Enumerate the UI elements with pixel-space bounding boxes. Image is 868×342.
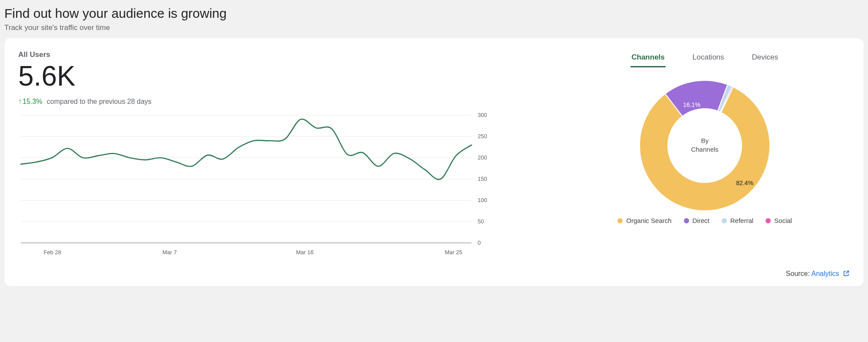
page-subtitle: Track your site's traffic over time: [4, 23, 864, 32]
svg-text:50: 50: [478, 218, 484, 225]
tab-devices[interactable]: Devices: [751, 50, 779, 67]
svg-text:0: 0: [478, 239, 481, 246]
svg-text:150: 150: [478, 176, 487, 182]
audience-card: All Users 5.6K ↑15.3% compared to the pr…: [4, 38, 864, 286]
swatch-icon: [766, 218, 771, 223]
delta-row: ↑15.3% compared to the previous 28 days: [18, 98, 534, 106]
legend-item-referral: Referral: [722, 217, 753, 224]
svg-text:200: 200: [478, 154, 487, 161]
legend-item-social: Social: [766, 217, 792, 224]
page-title: Find out how your audience is growing: [4, 6, 864, 21]
arrow-up-icon: ↑: [18, 97, 22, 105]
donut-center-label: By Channels: [691, 136, 718, 154]
svg-text:Mar 7: Mar 7: [162, 249, 177, 256]
svg-text:300: 300: [478, 113, 487, 118]
delta-suffix: compared to the previous 28 days: [47, 98, 152, 105]
donut-legend: Organic Search Direct Referral Social: [617, 217, 792, 224]
svg-text:250: 250: [478, 133, 487, 139]
swatch-icon: [722, 218, 727, 223]
donut-chart: By Channels 16.1% 82.4%: [622, 76, 787, 215]
delta-value: ↑15.3%: [18, 98, 44, 105]
legend-item-direct: Direct: [684, 217, 710, 224]
source-link[interactable]: Analytics: [812, 270, 850, 277]
swatch-icon: [684, 218, 689, 223]
line-chart-svg: 050100150200250300Feb 28Mar 7Mar 16Mar 2…: [18, 113, 496, 260]
line-chart: 050100150200250300Feb 28Mar 7Mar 16Mar 2…: [18, 113, 534, 260]
tab-channels[interactable]: Channels: [630, 50, 666, 67]
legend-item-organic: Organic Search: [617, 217, 671, 224]
swatch-icon: [617, 218, 623, 223]
svg-text:Feb 28: Feb 28: [43, 249, 61, 256]
breakdown-tabs: Channels Locations Devices: [630, 50, 779, 67]
svg-text:Mar 25: Mar 25: [445, 249, 462, 256]
tab-locations[interactable]: Locations: [692, 50, 725, 67]
donut-slice-label-organic: 82.4%: [736, 179, 753, 186]
svg-text:100: 100: [478, 197, 487, 203]
donut-slice-label-direct: 16.1%: [683, 101, 700, 108]
svg-text:Mar 16: Mar 16: [296, 249, 314, 256]
metric-value: 5.6K: [18, 62, 534, 91]
external-link-icon: [843, 270, 850, 277]
source-row: Source: Analytics: [18, 270, 850, 278]
metric-label: All Users: [18, 50, 534, 59]
